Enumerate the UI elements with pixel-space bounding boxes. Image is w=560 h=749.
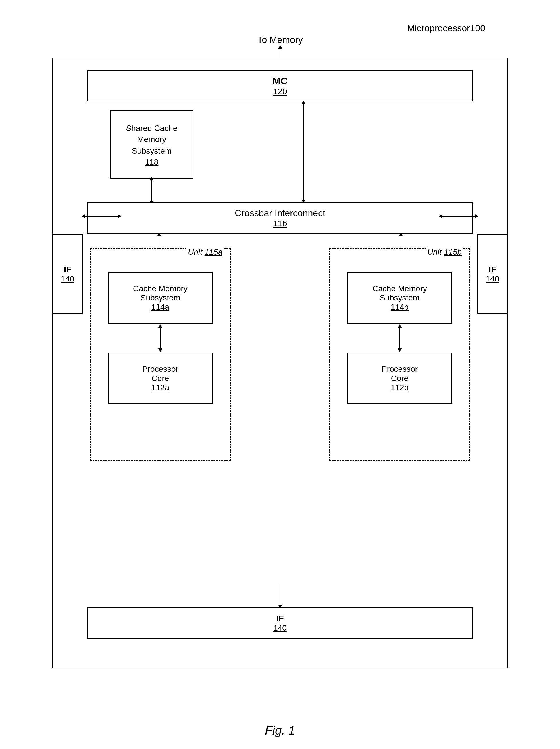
cache-proc-left-arrow (160, 327, 161, 350)
crossbar-if-left-arrow (84, 216, 119, 216)
if-bottom-number: 140 (273, 623, 287, 633)
shared-cache-crossbar-arrow (152, 179, 152, 202)
if-right-box: IF 140 (477, 234, 508, 314)
mc-crossbar-arrow (303, 103, 304, 203)
if-left-label: IF (64, 264, 71, 274)
cache-left-number: 114a (152, 302, 169, 312)
unit-if-bottom-arrow (280, 583, 281, 606)
unit-left-label: Unit 115a (186, 248, 224, 257)
cache-right-box: Cache MemorySubsystem 114b (348, 272, 452, 324)
crossbar-if-right-arrow (441, 216, 476, 216)
mc-box: MC 120 (87, 70, 473, 102)
cache-left-title: Cache MemorySubsystem (133, 284, 187, 302)
mc-title: MC (272, 75, 288, 87)
crossbar-box: Crossbar Interconnect 116 (87, 202, 473, 234)
outer-box: MC 120 Shared CacheMemorySubsystem 118 C… (52, 58, 508, 668)
microprocessor-label: Microprocessor100 (407, 23, 485, 34)
if-left-box: IF 140 (52, 234, 83, 314)
proc-right-title: ProcessorCore (382, 365, 418, 383)
crossbar-number: 116 (273, 218, 287, 228)
unit-right-box: Unit 115b Cache MemorySubsystem 114b Pro… (329, 248, 470, 461)
cache-right-number: 114b (391, 302, 408, 312)
unit-right-label: Unit 115b (426, 248, 464, 257)
unit-left-box: Unit 115a Cache MemorySubsystem 114a Pro… (90, 248, 231, 461)
cache-left-box: Cache MemorySubsystem 114a (108, 272, 212, 324)
proc-left-box: ProcessorCore 112a (108, 352, 212, 404)
mc-number: 120 (273, 87, 287, 96)
proc-right-number: 112b (391, 383, 408, 392)
proc-left-number: 112a (152, 383, 169, 392)
if-bottom-label: IF (276, 614, 284, 623)
cache-right-title: Cache MemorySubsystem (373, 284, 427, 302)
shared-cache-number: 118 (145, 157, 159, 167)
shared-cache-label: Shared CacheMemorySubsystem (126, 123, 177, 156)
if-right-label: IF (489, 264, 496, 274)
if-bottom-box: IF 140 (87, 607, 473, 639)
to-memory-label: To Memory (257, 35, 303, 45)
if-right-number: 140 (486, 274, 499, 283)
fig-label: Fig. 1 (265, 724, 295, 737)
proc-right-box: ProcessorCore 112b (348, 352, 452, 404)
proc-left-title: ProcessorCore (142, 365, 178, 383)
diagram-container: Microprocessor100 To Memory MC 120 Share… (29, 17, 531, 691)
crossbar-title: Crossbar Interconnect (235, 208, 325, 218)
if-left-number: 140 (61, 274, 74, 283)
shared-cache-box: Shared CacheMemorySubsystem 118 (110, 110, 193, 179)
cache-proc-right-arrow (399, 327, 400, 350)
